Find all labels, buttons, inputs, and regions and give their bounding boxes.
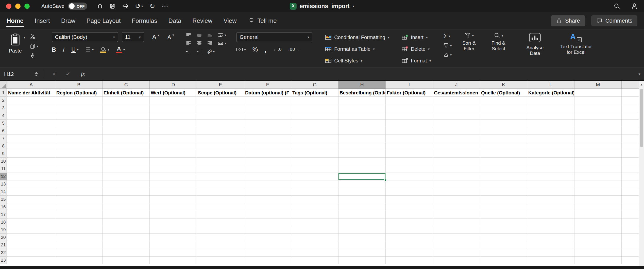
- cell-L10[interactable]: [527, 158, 574, 165]
- cell-K3[interactable]: [480, 104, 527, 112]
- insert-cells-button[interactable]: Insert ▾: [402, 33, 431, 42]
- paste-button[interactable]: ▾ Paste: [5, 32, 26, 59]
- cell-L22[interactable]: [527, 249, 574, 257]
- cell-B20[interactable]: [55, 234, 103, 241]
- cell-A16[interactable]: [7, 203, 55, 211]
- row-header-16[interactable]: 16: [0, 203, 7, 211]
- cell-E7[interactable]: [197, 135, 244, 142]
- cell-E15[interactable]: [197, 196, 244, 203]
- cell-D17[interactable]: [150, 211, 197, 218]
- tab-formulas[interactable]: Formulas: [132, 12, 157, 29]
- cell-H10[interactable]: [338, 158, 386, 165]
- cell-G18[interactable]: [291, 218, 338, 226]
- redo-button[interactable]: ↻: [147, 1, 157, 11]
- cell-I17[interactable]: [386, 211, 433, 218]
- cell-J23[interactable]: [433, 257, 480, 264]
- cell-I1[interactable]: Faktor (Optional): [386, 89, 433, 97]
- cell-G9[interactable]: [291, 150, 338, 158]
- cell-C21[interactable]: [103, 241, 150, 249]
- increase-decimal-button[interactable]: ←.0: [273, 47, 282, 52]
- cell-K22[interactable]: [480, 249, 527, 257]
- cell-D1[interactable]: Wert (Optional): [150, 89, 197, 97]
- cell-I2[interactable]: [386, 97, 433, 104]
- cell-E13[interactable]: [197, 180, 244, 188]
- cell-K20[interactable]: [480, 234, 527, 241]
- cell-J21[interactable]: [433, 241, 480, 249]
- cell-D10[interactable]: [150, 158, 197, 165]
- undo-button[interactable]: ↺ ▾: [133, 1, 145, 11]
- cell-M15[interactable]: [574, 196, 622, 203]
- align-right-icon[interactable]: [207, 41, 213, 45]
- cell-H20[interactable]: [338, 234, 386, 241]
- format-cells-button[interactable]: Format ▾: [402, 56, 431, 65]
- cell-J20[interactable]: [433, 234, 480, 241]
- name-box[interactable]: H12: [0, 71, 32, 77]
- cell-J6[interactable]: [433, 127, 480, 135]
- cell-K15[interactable]: [480, 196, 527, 203]
- cell-M3[interactable]: [574, 104, 622, 112]
- cell-C3[interactable]: [103, 104, 150, 112]
- autosave-toggle[interactable]: OFF: [68, 3, 87, 10]
- cell-L6[interactable]: [527, 127, 574, 135]
- font-name-select[interactable]: Calibri (Body) ▾: [52, 32, 118, 42]
- cell-F18[interactable]: [244, 218, 291, 226]
- cell-D11[interactable]: [150, 165, 197, 173]
- cell-G20[interactable]: [291, 234, 338, 241]
- cell-C12[interactable]: [103, 173, 150, 180]
- format-as-table-button[interactable]: Format as Table ▾: [325, 44, 389, 54]
- comma-style-button[interactable]: ,: [264, 47, 266, 52]
- row-header-19[interactable]: 19: [0, 226, 7, 234]
- cell-H16[interactable]: [338, 203, 386, 211]
- zoom-window-button[interactable]: [24, 4, 30, 9]
- cell-F17[interactable]: [244, 211, 291, 218]
- cell-C2[interactable]: [103, 97, 150, 104]
- scrollbar-thumb[interactable]: [640, 89, 643, 147]
- cell-D21[interactable]: [150, 241, 197, 249]
- cell-I5[interactable]: [386, 120, 433, 127]
- column-header-I[interactable]: I: [386, 81, 433, 89]
- cell-J10[interactable]: [433, 158, 480, 165]
- column-header-L[interactable]: L: [527, 81, 574, 89]
- cell-B7[interactable]: [55, 135, 103, 142]
- text-translator-button[interactable]: A a Text Translator for Excel: [558, 32, 594, 55]
- tab-draw[interactable]: Draw: [61, 12, 75, 29]
- close-window-button[interactable]: [6, 4, 11, 9]
- cell-I21[interactable]: [386, 241, 433, 249]
- cell-B6[interactable]: [55, 127, 103, 135]
- cell-J13[interactable]: [433, 180, 480, 188]
- cell-K18[interactable]: [480, 218, 527, 226]
- underline-button[interactable]: U▾: [71, 46, 79, 53]
- tab-data[interactable]: Data: [168, 12, 181, 29]
- cell-D13[interactable]: [150, 180, 197, 188]
- print-button[interactable]: [120, 2, 130, 11]
- cell-F13[interactable]: [244, 180, 291, 188]
- cell-A12[interactable]: [7, 173, 55, 180]
- cell-G6[interactable]: [291, 127, 338, 135]
- cell-K12[interactable]: [480, 173, 527, 180]
- cell-G19[interactable]: [291, 226, 338, 234]
- row-header-11[interactable]: 11: [0, 165, 7, 173]
- align-center-icon[interactable]: [196, 41, 202, 45]
- cell-I15[interactable]: [386, 196, 433, 203]
- cell-L5[interactable]: [527, 120, 574, 127]
- cell-F8[interactable]: [244, 142, 291, 150]
- cell-G16[interactable]: [291, 203, 338, 211]
- cell-H5[interactable]: [338, 120, 386, 127]
- cell-C13[interactable]: [103, 180, 150, 188]
- cell-A19[interactable]: [7, 226, 55, 234]
- conditional-formatting-button[interactable]: Conditional Formatting ▾: [325, 33, 389, 42]
- cell-A18[interactable]: [7, 218, 55, 226]
- cell-E12[interactable]: [197, 173, 244, 180]
- cell-L18[interactable]: [527, 218, 574, 226]
- cell-L9[interactable]: [527, 150, 574, 158]
- cell-M9[interactable]: [574, 150, 622, 158]
- cell-J9[interactable]: [433, 150, 480, 158]
- cell-H7[interactable]: [338, 135, 386, 142]
- cell-F9[interactable]: [244, 150, 291, 158]
- cell-J16[interactable]: [433, 203, 480, 211]
- cell-M22[interactable]: [574, 249, 622, 257]
- cell-C23[interactable]: [103, 257, 150, 264]
- cell-F19[interactable]: [244, 226, 291, 234]
- number-format-select[interactable]: General ▾: [236, 32, 312, 42]
- fill-handle[interactable]: [384, 179, 387, 181]
